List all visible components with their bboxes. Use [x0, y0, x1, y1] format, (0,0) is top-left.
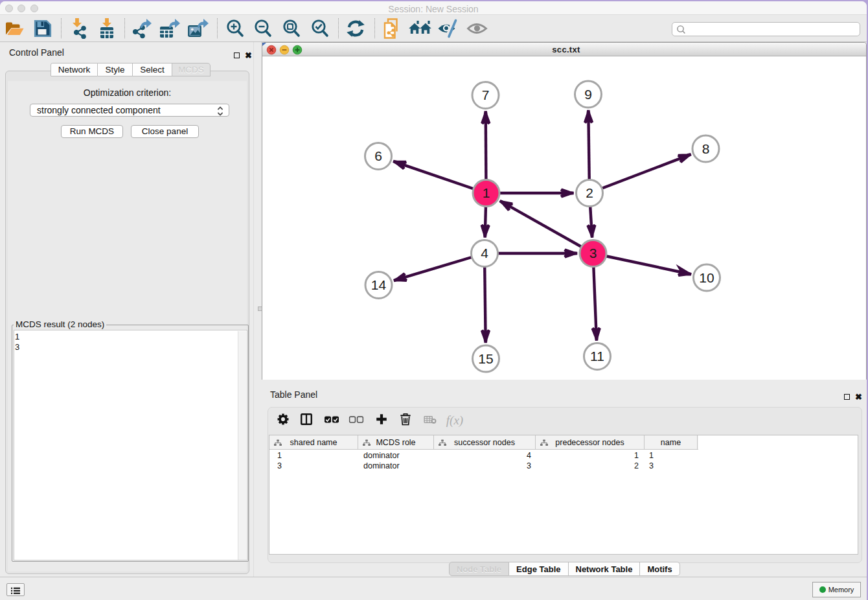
svg-text:2: 2 — [586, 185, 593, 200]
svg-text:11: 11 — [590, 349, 604, 363]
svg-text:14: 14 — [371, 277, 387, 292]
svg-text:3: 3 — [589, 246, 597, 260]
svg-text:6: 6 — [374, 148, 382, 163]
svg-text:15: 15 — [478, 351, 493, 366]
svg-text:9: 9 — [584, 87, 592, 102]
svg-text:1: 1 — [483, 185, 490, 200]
svg-text:4: 4 — [481, 246, 488, 260]
svg-text:7: 7 — [482, 87, 490, 102]
svg-text:10: 10 — [699, 270, 714, 285]
svg-text:8: 8 — [702, 141, 710, 156]
